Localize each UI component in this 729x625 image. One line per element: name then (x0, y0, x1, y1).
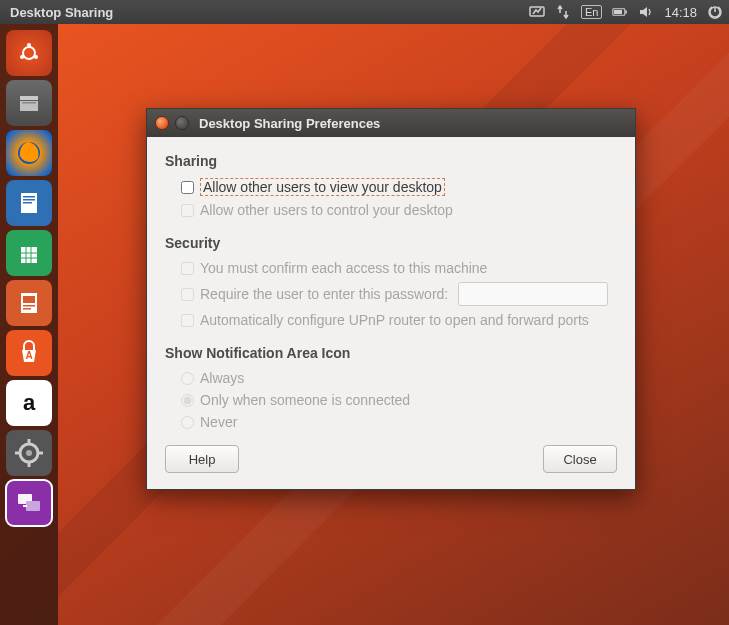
upnp-checkbox[interactable] (181, 314, 194, 327)
notification-section-heading: Show Notification Area Icon (165, 345, 617, 361)
session-menu-icon[interactable] (707, 4, 723, 20)
notify-always-row: Always (165, 367, 617, 389)
notify-never-label: Never (200, 414, 237, 430)
svg-rect-16 (23, 202, 32, 204)
svg-point-8 (34, 55, 38, 59)
launcher-impress-icon[interactable] (6, 280, 52, 326)
close-button[interactable]: Close (543, 445, 617, 473)
unity-launcher: A a (0, 24, 58, 625)
confirm-access-checkbox[interactable] (181, 262, 194, 275)
battery-indicator-icon[interactable] (612, 4, 628, 20)
notify-connected-radio[interactable] (181, 394, 194, 407)
upnp-label: Automatically configure UPnP router to o… (200, 312, 589, 328)
svg-rect-9 (20, 96, 38, 100)
launcher-software-center-icon[interactable]: A (6, 330, 52, 376)
clock-indicator[interactable]: 14:18 (664, 5, 697, 20)
svg-text:A: A (25, 350, 32, 361)
svg-rect-26 (23, 308, 31, 310)
svg-rect-2 (626, 10, 628, 13)
security-section-heading: Security (165, 235, 617, 251)
notify-always-radio[interactable] (181, 372, 194, 385)
allow-view-row: Allow other users to view your desktop (165, 175, 617, 199)
password-field[interactable] (458, 282, 608, 306)
notify-never-radio[interactable] (181, 416, 194, 429)
network-indicator-icon[interactable] (555, 4, 571, 20)
dialog-body: Sharing Allow other users to view your d… (147, 137, 635, 489)
notify-connected-label: Only when someone is connected (200, 392, 410, 408)
svg-rect-18 (21, 243, 37, 247)
svg-point-6 (27, 43, 31, 47)
sharing-section-heading: Sharing (165, 153, 617, 169)
launcher-desktop-sharing-icon[interactable] (6, 480, 52, 526)
svg-rect-14 (23, 196, 35, 198)
svg-rect-24 (23, 296, 35, 303)
svg-rect-35 (26, 501, 40, 511)
svg-rect-11 (22, 102, 36, 104)
require-password-row: Require the user to enter this password: (165, 279, 617, 309)
allow-control-checkbox[interactable] (181, 204, 194, 217)
help-button[interactable]: Help (165, 445, 239, 473)
confirm-access-row: You must confirm each access to this mac… (165, 257, 617, 279)
keyboard-layout-indicator[interactable]: En (581, 5, 602, 19)
require-password-label: Require the user to enter this password: (200, 286, 448, 302)
allow-control-label: Allow other users to control your deskto… (200, 202, 453, 218)
allow-view-checkbox[interactable] (181, 181, 194, 194)
require-password-checkbox[interactable] (181, 288, 194, 301)
preferences-dialog: Desktop Sharing Preferences Sharing Allo… (146, 108, 636, 490)
display-indicator-icon[interactable] (529, 4, 545, 20)
confirm-access-label: You must confirm each access to this mac… (200, 260, 487, 276)
top-menu-bar: Desktop Sharing En 14:18 (0, 0, 729, 24)
allow-control-row: Allow other users to control your deskto… (165, 199, 617, 221)
allow-view-label: Allow other users to view your desktop (200, 178, 445, 196)
launcher-calc-icon[interactable] (6, 230, 52, 276)
notify-connected-row: Only when someone is connected (165, 389, 617, 411)
notify-never-row: Never (165, 411, 617, 433)
svg-rect-15 (23, 199, 35, 201)
svg-rect-36 (23, 505, 27, 507)
upnp-row: Automatically configure UPnP router to o… (165, 309, 617, 331)
window-minimize-icon[interactable] (175, 116, 189, 130)
launcher-amazon-icon[interactable]: a (6, 380, 52, 426)
launcher-system-settings-icon[interactable] (6, 430, 52, 476)
dialog-footer: Help Close (165, 433, 617, 475)
active-app-title: Desktop Sharing (6, 5, 529, 20)
svg-rect-3 (614, 10, 622, 14)
svg-rect-25 (23, 305, 35, 307)
sound-indicator-icon[interactable] (638, 4, 654, 20)
dialog-titlebar[interactable]: Desktop Sharing Preferences (147, 109, 635, 137)
launcher-writer-icon[interactable] (6, 180, 52, 226)
dialog-title: Desktop Sharing Preferences (199, 116, 380, 131)
svg-point-7 (20, 55, 24, 59)
notify-always-label: Always (200, 370, 244, 386)
svg-point-5 (23, 47, 35, 59)
system-indicators: En 14:18 (529, 4, 723, 20)
launcher-dash-icon[interactable] (6, 30, 52, 76)
svg-point-29 (26, 450, 32, 456)
launcher-files-icon[interactable] (6, 80, 52, 126)
window-close-icon[interactable] (155, 116, 169, 130)
launcher-firefox-icon[interactable] (6, 130, 52, 176)
